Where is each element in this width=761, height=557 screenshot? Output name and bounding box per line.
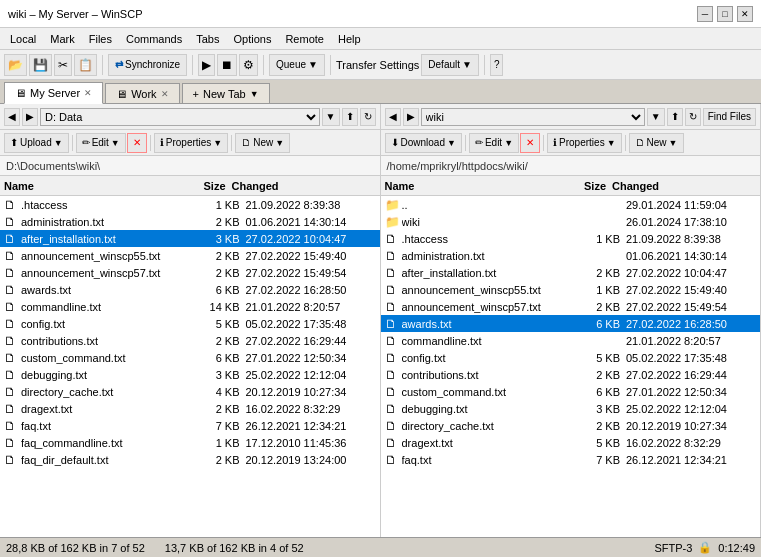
list-item[interactable]: 🗋custom_command.txt6 KB27.01.2022 12:50:… (381, 383, 761, 400)
list-item[interactable]: 🗋directory_cache.txt4 KB20.12.2019 10:27… (0, 383, 380, 400)
list-item[interactable]: 🗋announcement_winscp55.txt2 KB27.02.2022… (0, 247, 380, 264)
tb-icon-7[interactable]: ⚙ (239, 54, 258, 76)
find-files-button[interactable]: Find Files (703, 108, 756, 126)
right-addr-go[interactable]: ▼ (647, 108, 665, 126)
left-addr-up[interactable]: ⬆ (342, 108, 358, 126)
list-item[interactable]: 🗋after_installation.txt3 KB27.02.2022 10… (0, 230, 380, 247)
list-item[interactable]: 🗋commandline.txt14 KB21.01.2022 8:20:57 (0, 298, 380, 315)
tab-my-server[interactable]: 🖥 My Server ✕ (4, 82, 103, 104)
maximize-button[interactable]: □ (717, 6, 733, 22)
tb-icon-1[interactable]: 📂 (4, 54, 27, 76)
transfer-default-button[interactable]: Default ▼ (421, 54, 479, 76)
list-item[interactable]: 🗋config.txt5 KB05.02.2022 17:35:48 (0, 315, 380, 332)
tb-icon-2[interactable]: 💾 (29, 54, 52, 76)
tb-icon-5[interactable]: ▶ (198, 54, 215, 76)
file-icon: 🗋 (4, 351, 18, 365)
list-item[interactable]: 🗋dragext.txt2 KB16.02.2022 8:32:29 (0, 400, 380, 417)
right-new-button[interactable]: 🗋 New ▼ (629, 133, 684, 153)
file-date: 01.06.2021 14:30:14 (626, 250, 756, 262)
left-col-name[interactable]: Name (4, 180, 182, 192)
menu-remote[interactable]: Remote (279, 31, 330, 47)
list-item[interactable]: 🗋faq_dir_default.txt2 KB20.12.2019 13:24… (0, 451, 380, 468)
left-edit-delete[interactable]: ✕ (127, 133, 147, 153)
menu-mark[interactable]: Mark (44, 31, 80, 47)
file-name: debugging.txt (402, 403, 577, 415)
list-item[interactable]: 🗋faq.txt7 KB26.12.2021 12:34:21 (0, 417, 380, 434)
left-properties-button[interactable]: ℹ Properties ▼ (154, 133, 229, 153)
tab-new-icon: + (193, 88, 199, 100)
right-edit-button[interactable]: ✏ Edit ▼ (469, 133, 519, 153)
left-edit-button[interactable]: ✏ Edit ▼ (76, 133, 126, 153)
tb-icon-4[interactable]: 📋 (74, 54, 97, 76)
menu-local[interactable]: Local (4, 31, 42, 47)
tb-icon-6[interactable]: ⏹ (217, 54, 237, 76)
list-item[interactable]: 🗋debugging.txt3 KB25.02.2022 12:12:04 (381, 400, 761, 417)
menu-tabs[interactable]: Tabs (190, 31, 225, 47)
list-item[interactable]: 🗋dragext.txt5 KB16.02.2022 8:32:29 (381, 434, 761, 451)
list-item[interactable]: 🗋administration.txt2 KB01.06.2021 14:30:… (0, 213, 380, 230)
file-icon: 🗋 (4, 334, 18, 348)
right-col-size[interactable]: Size (562, 180, 612, 192)
list-item[interactable]: 🗋announcement_winscp55.txt1 KB27.02.2022… (381, 281, 761, 298)
left-addr-go[interactable]: ▼ (322, 108, 340, 126)
tab-new-dropdown[interactable]: ▼ (250, 89, 259, 99)
list-item[interactable]: 🗋announcement_winscp57.txt2 KB27.02.2022… (0, 264, 380, 281)
list-item[interactable]: 🗋contributions.txt2 KB27.02.2022 16:29:4… (0, 332, 380, 349)
close-button[interactable]: ✕ (737, 6, 753, 22)
tab-work-close[interactable]: ✕ (161, 89, 169, 99)
right-addr-back[interactable]: ◀ (385, 108, 401, 126)
right-properties-button[interactable]: ℹ Properties ▼ (547, 133, 622, 153)
file-icon: 🗋 (4, 317, 18, 331)
right-path: /home/mprikryl/httpdocs/wiki/ (387, 160, 528, 172)
list-item[interactable]: 🗋after_installation.txt2 KB27.02.2022 10… (381, 264, 761, 281)
list-item[interactable]: 🗋.htaccess1 KB21.09.2022 8:39:38 (0, 196, 380, 213)
list-item[interactable]: 🗋faq.txt7 KB26.12.2021 12:34:21 (381, 451, 761, 468)
list-item[interactable]: 🗋awards.txt6 KB27.02.2022 16:28:50 (381, 315, 761, 332)
tb-icon-3[interactable]: ✂ (54, 54, 72, 76)
left-col-changed[interactable]: Changed (232, 180, 362, 192)
menu-options[interactable]: Options (227, 31, 277, 47)
tab-my-server-close[interactable]: ✕ (84, 88, 92, 98)
file-date: 27.02.2022 15:49:54 (626, 301, 756, 313)
list-item[interactable]: 🗋.htaccess1 KB21.09.2022 8:39:38 (381, 230, 761, 247)
minimize-button[interactable]: ─ (697, 6, 713, 22)
right-addr-up[interactable]: ⬆ (667, 108, 683, 126)
file-size: 14 KB (196, 301, 246, 313)
menu-files[interactable]: Files (83, 31, 118, 47)
right-col-changed[interactable]: Changed (612, 180, 742, 192)
left-col-size[interactable]: Size (182, 180, 232, 192)
menu-help[interactable]: Help (332, 31, 367, 47)
list-item[interactable]: 🗋custom_command.txt6 KB27.01.2022 12:50:… (0, 349, 380, 366)
upload-button[interactable]: ⬆ Upload ▼ (4, 133, 69, 153)
synchronize-button[interactable]: ⇄ Synchronize (108, 54, 187, 76)
right-address-select[interactable]: wiki (421, 108, 645, 126)
list-item[interactable]: 🗋administration.txt01.06.2021 14:30:14 (381, 247, 761, 264)
right-edit-delete[interactable]: ✕ (520, 133, 540, 153)
list-item[interactable]: 🗋commandline.txt21.01.2022 8:20:57 (381, 332, 761, 349)
left-new-button[interactable]: 🗋 New ▼ (235, 133, 290, 153)
left-addr-back[interactable]: ◀ (4, 108, 20, 126)
list-item[interactable]: 🗋contributions.txt2 KB27.02.2022 16:29:4… (381, 366, 761, 383)
menu-commands[interactable]: Commands (120, 31, 188, 47)
download-button[interactable]: ⬇ Download ▼ (385, 133, 462, 153)
left-addr-fwd[interactable]: ▶ (22, 108, 38, 126)
left-address-select[interactable]: D: Data (40, 108, 320, 126)
tb-help-icon[interactable]: ? (490, 54, 504, 76)
list-item[interactable]: 🗋config.txt5 KB05.02.2022 17:35:48 (381, 349, 761, 366)
list-item[interactable]: 🗋faq_commandline.txt1 KB17.12.2010 11:45… (0, 434, 380, 451)
list-item[interactable]: 🗋debugging.txt3 KB25.02.2022 12:12:04 (0, 366, 380, 383)
list-item[interactable]: 📁wiki26.01.2024 17:38:10 (381, 213, 761, 230)
list-item[interactable]: 🗋announcement_winscp57.txt2 KB27.02.2022… (381, 298, 761, 315)
file-date: 21.09.2022 8:39:38 (626, 233, 756, 245)
tab-work[interactable]: 🖥 Work ✕ (105, 83, 179, 103)
list-item[interactable]: 📁..29.01.2024 11:59:04 (381, 196, 761, 213)
queue-button[interactable]: Queue ▼ (269, 54, 325, 76)
left-addr-refresh[interactable]: ↻ (360, 108, 376, 126)
right-addr-refresh[interactable]: ↻ (685, 108, 701, 126)
list-item[interactable]: 🗋directory_cache.txt2 KB20.12.2019 10:27… (381, 417, 761, 434)
file-icon: 🗋 (4, 300, 18, 314)
list-item[interactable]: 🗋awards.txt6 KB27.02.2022 16:28:50 (0, 281, 380, 298)
tab-new-tab[interactable]: + New Tab ▼ (182, 83, 270, 103)
right-addr-fwd[interactable]: ▶ (403, 108, 419, 126)
right-col-name[interactable]: Name (385, 180, 563, 192)
